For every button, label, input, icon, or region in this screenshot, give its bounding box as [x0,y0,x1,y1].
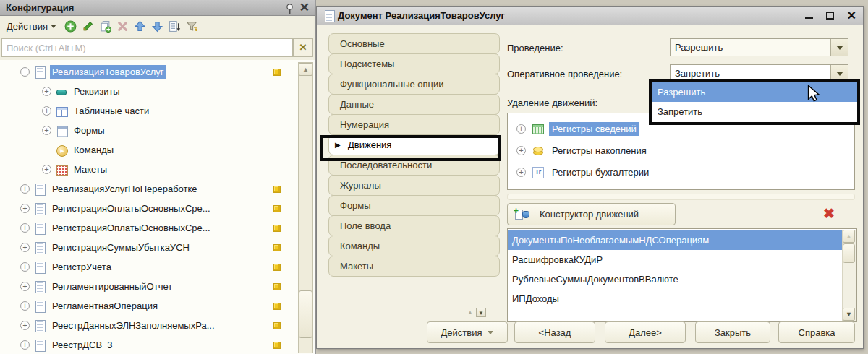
move-down-icon[interactable] [151,20,163,33]
pin-icon[interactable] [284,3,292,13]
tree-item-label[interactable]: РегламентированныйОтчет [50,280,174,293]
scroll-down-icon[interactable] [843,308,855,321]
tab-formy[interactable]: Формы [328,195,500,216]
collapse-icon[interactable] [20,67,30,77]
register-label[interactable]: Регистры бухгалтерии [549,165,652,179]
tree-item-label[interactable]: Формы [72,124,107,137]
expand-icon[interactable] [20,223,30,233]
register-tree-item[interactable]: Регистры бухгалтерии [508,161,854,183]
tree-item-label[interactable]: РеализацияТоваровУслуг [50,65,166,79]
tab-scroll-down-icon[interactable] [476,308,486,317]
scroll-up-icon[interactable] [299,63,312,76]
close-button[interactable]: Закрыть [695,321,770,343]
tree-scrollbar[interactable] [298,62,313,353]
scrollbar-thumb[interactable] [299,290,312,338]
expand-icon[interactable] [20,340,30,350]
tree-item[interactable]: Реквизиты [0,82,315,101]
tab-makety[interactable]: Макеты [328,256,500,277]
expand-icon[interactable] [42,106,51,116]
panel-close-icon[interactable] [299,1,310,14]
back-button[interactable]: <Назад [514,321,595,343]
next-button[interactable]: Далее> [605,321,686,343]
dropdown-option-allow[interactable]: Разрешить [652,82,857,102]
movement-list-item[interactable]: ДокументыПоНеоблагаемымНДСОперациям [508,230,842,250]
tree-item-label[interactable]: Реквизиты [72,85,122,98]
dialog-titlebar[interactable]: Документ РеализацияТоваровУслуг [317,7,863,25]
tree-item-label[interactable]: РегистрацияОплатыОсновныхСре... [50,221,213,235]
tree-item[interactable]: Табличные части [0,101,315,121]
posting-combobox[interactable]: Разрешить [670,38,848,56]
expand-icon[interactable] [20,301,30,311]
movement-constructor-button[interactable]: Конструктор движений [507,203,676,225]
tree-item-label[interactable]: РеестрДСВ_3 [50,338,115,352]
actions-menu-button[interactable]: Действия [4,20,59,33]
search-input[interactable] [1,38,293,57]
tree-item[interactable]: РегистрацияСуммыУбыткаУСН [0,238,315,257]
minimize-icon[interactable] [805,17,813,19]
movement-list-item[interactable]: ИПДоходы [508,289,842,308]
tree-item[interactable]: РеестрДСВ_3 [0,335,315,354]
tree-item-label[interactable]: Табличные части [72,104,151,118]
dropdown-option-deny[interactable]: Запретить [652,102,857,121]
realtime-posting-combobox[interactable]: Запретить [670,64,848,82]
tab-posledovatelnosti[interactable]: Последовательности [328,155,500,176]
register-tree-item[interactable]: Регистры накопления [508,139,854,161]
tree-item-label[interactable]: Команды [72,143,116,157]
tree-item-label[interactable]: РегистрацияОплатыОсновныхСре... [50,202,213,215]
expand-icon[interactable] [20,321,30,330]
tree-item-label[interactable]: Макеты [72,163,109,176]
delete-movement-icon[interactable] [823,205,835,222]
tree-item[interactable]: РегламентнаяОперация [0,296,315,316]
tree-item[interactable]: Макеты [0,160,315,179]
copy-icon[interactable] [99,20,111,33]
filter-icon[interactable] [186,20,198,33]
tree-item[interactable]: РеестрДанныхЭЛНЗаполняемыхРа... [0,316,315,335]
register-label[interactable]: Регистры сведений [549,122,639,136]
expand-icon[interactable] [516,146,526,155]
tab-scroll-up-icon[interactable] [465,308,475,317]
tab-numeraciya[interactable]: Нумерация [328,114,500,135]
add-icon[interactable] [64,20,77,33]
expand-icon[interactable] [42,126,51,135]
expand-icon[interactable] [516,168,526,177]
tree-item-label[interactable]: РегистрацияСуммыУбыткаУСН [50,241,192,254]
expand-icon[interactable] [42,165,51,174]
tab-pole-vvoda[interactable]: Поле ввода [328,215,500,236]
sort-list-icon[interactable] [169,20,181,33]
tree-item-label[interactable]: РегистрУчета [50,260,114,274]
edit-icon[interactable] [82,20,94,33]
tree-item[interactable]: РегистрацияОплатыОсновныхСре... [0,199,315,218]
scroll-up-icon[interactable] [843,230,855,243]
tab-dvizheniya[interactable]: Движения [328,134,500,155]
tree-item[interactable]: РегистрацияОплатыОсновныхСре... [0,218,315,238]
movement-list-item[interactable]: РублевыеСуммыДокументовВВалюте [508,269,842,289]
maximize-icon[interactable] [826,12,834,20]
tab-komandy[interactable]: Команды [328,236,500,256]
help-button[interactable]: Справка [778,321,855,343]
register-label[interactable]: Регистры накопления [549,144,650,157]
tree-item[interactable]: РегистрУчета [0,257,315,277]
expand-icon[interactable] [20,282,30,291]
expand-icon[interactable] [42,87,51,96]
tab-osnovnye[interactable]: Основные [328,33,500,54]
tree-item[interactable]: РегламентированныйОтчет [0,277,315,296]
search-clear-icon[interactable] [293,38,313,57]
expand-icon[interactable] [20,184,30,194]
tab-zhurnaly[interactable]: Журналы [328,175,500,196]
movement-list-item[interactable]: РасшифровкаКУДиР [508,250,842,269]
move-up-icon[interactable] [134,20,146,33]
tree-item[interactable]: РеализацияУслугПоПереработке [0,179,315,199]
movements-scrollbar[interactable] [842,230,856,321]
expand-icon[interactable] [516,124,526,134]
tree-item-label[interactable]: РеализацияУслугПоПереработке [50,182,200,196]
expand-icon[interactable] [20,204,30,213]
tree-item-label[interactable]: РеестрДанныхЭЛНЗаполняемыхРа... [50,319,217,332]
tree-item-label[interactable]: РегламентнаяОперация [50,299,160,313]
tab-funkcionalnye-opcii[interactable]: Функциональные опции [328,74,500,95]
tree-item[interactable]: Формы [0,121,315,140]
tab-podsistemy[interactable]: Подсистемы [328,53,500,74]
scrollbar-thumb[interactable] [843,243,855,263]
expand-icon[interactable] [20,243,30,252]
tree-item[interactable]: Команды [0,140,315,160]
chevron-down-icon[interactable] [830,39,848,56]
